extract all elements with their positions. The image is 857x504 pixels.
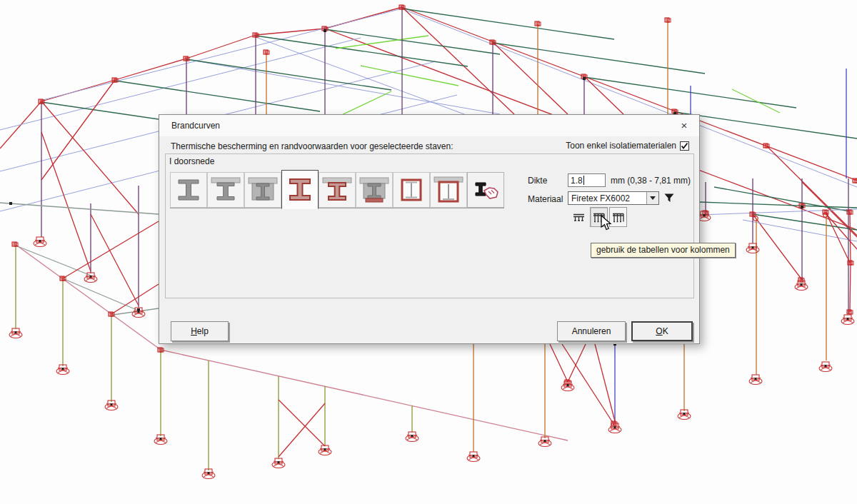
dikte-value: 1.8 xyxy=(571,176,583,185)
dialog-titlebar[interactable]: Brandcurven × xyxy=(159,115,699,136)
tables-for-columns-icon-2 xyxy=(611,211,625,223)
i-section-box-slab-icon xyxy=(433,176,464,204)
materiaal-dropdown[interactable]: Firetex FX6002 xyxy=(568,191,659,205)
section-button-i-contour-protected[interactable] xyxy=(281,170,319,209)
mouse-cursor-icon xyxy=(601,215,613,231)
ok-button[interactable]: OK xyxy=(631,321,693,341)
i-section-contour-slab-icon xyxy=(321,176,353,204)
dikte-unit-label: mm (0,38 - 7,81 mm) xyxy=(611,176,691,186)
materiaal-label: Materiaal xyxy=(528,194,563,204)
dikte-label: Dikte xyxy=(528,176,547,186)
isolation-checkbox[interactable] xyxy=(680,141,689,151)
filter-funnel-icon xyxy=(663,192,675,203)
checkmark-icon xyxy=(681,142,688,150)
help-button[interactable]: Help xyxy=(171,321,229,341)
i-section-bare-icon xyxy=(173,176,204,204)
section-button-i-contour-slab[interactable] xyxy=(319,172,356,208)
checkbox-label: Toon enkel isolatiematerialen xyxy=(566,141,676,151)
tables-for-beams-icon xyxy=(572,211,586,223)
i-section-box-protected-icon xyxy=(396,176,427,204)
section-button-pick-hand[interactable] xyxy=(467,172,504,208)
chevron-down-icon xyxy=(650,196,656,200)
text-caret xyxy=(583,176,584,185)
brandcurven-dialog: Brandcurven × Thermische bescherming en … xyxy=(159,114,700,344)
cancel-button[interactable]: Annuleren xyxy=(557,321,626,341)
i-section-encased-slab-icon xyxy=(359,176,390,204)
close-icon[interactable]: × xyxy=(676,119,692,133)
tooltip: gebruik de tabellen voor kolommen xyxy=(591,243,736,258)
section-strip-baseline xyxy=(170,208,504,208)
dialog-title: Brandcurven xyxy=(171,121,220,131)
header-label: Thermische bescherming en randvoorwaarde… xyxy=(171,141,453,151)
section-button-i-encased-slab[interactable] xyxy=(356,172,393,208)
dropdown-button[interactable] xyxy=(646,192,658,204)
app-canvas: Brandcurven × Thermische bescherming en … xyxy=(0,0,857,504)
i-section-contour-protected-icon xyxy=(284,176,316,204)
section-button-i-box-protected[interactable] xyxy=(393,172,430,208)
section-button-i-encased[interactable] xyxy=(244,172,281,208)
isolation-filter-row: Toon enkel isolatiematerialen xyxy=(566,141,689,151)
materiaal-value: Firetex FX6002 xyxy=(568,192,646,204)
material-filter-button[interactable] xyxy=(663,192,676,205)
use-tables-for-beams-button[interactable] xyxy=(570,207,588,227)
i-section-pick-hand-icon xyxy=(470,176,501,204)
section-button-i-slab-top[interactable] xyxy=(207,172,244,208)
i-section-slab-top-icon xyxy=(210,176,241,204)
i-section-encased-icon xyxy=(247,176,279,204)
section-button-i-bare[interactable] xyxy=(170,172,207,208)
dikte-input[interactable]: 1.8 xyxy=(568,173,606,187)
group-title: I doorsnede xyxy=(169,156,214,166)
section-button-i-box-slab[interactable] xyxy=(430,172,467,208)
